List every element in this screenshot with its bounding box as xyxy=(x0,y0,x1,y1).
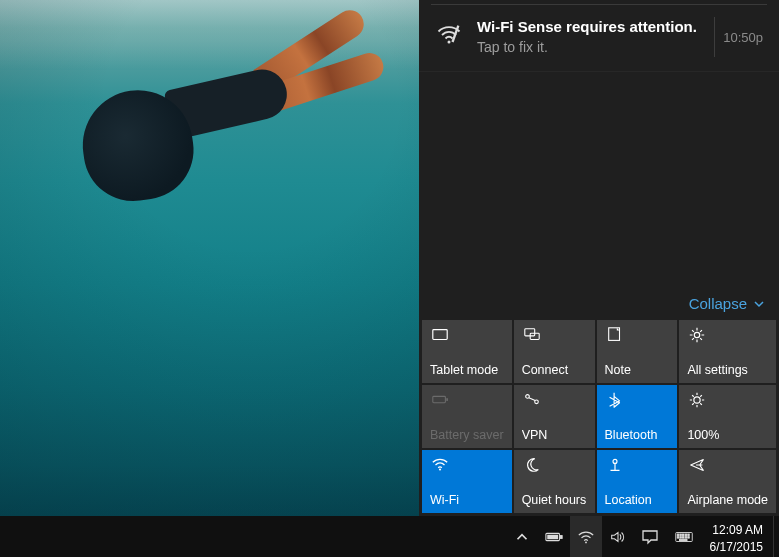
collapse-label: Collapse xyxy=(689,295,747,312)
tile-label: Airplane mode xyxy=(687,493,768,507)
svg-rect-16 xyxy=(679,539,687,540)
tile-label: Location xyxy=(605,493,670,507)
tray-action-center-icon[interactable] xyxy=(634,516,666,557)
svg-rect-11 xyxy=(677,536,679,538)
gear-icon xyxy=(687,326,707,344)
sun-icon xyxy=(687,391,707,409)
tile-label: All settings xyxy=(687,363,768,377)
tile-label: Connect xyxy=(522,363,587,377)
svg-rect-10 xyxy=(687,534,689,536)
location-icon xyxy=(605,456,625,474)
tile-vpn[interactable]: VPN xyxy=(514,385,595,448)
notification-time: 10:50p xyxy=(714,17,763,57)
tile-tablet-mode[interactable]: Tablet mode xyxy=(422,320,512,383)
svg-rect-13 xyxy=(682,536,684,538)
tile-label: Note xyxy=(605,363,670,377)
tile-label: VPN xyxy=(522,428,587,442)
collapse-button[interactable]: Collapse xyxy=(689,295,765,312)
wifi-sense-icon xyxy=(435,21,463,49)
tile-quiet-hours[interactable]: Quiet hours xyxy=(514,450,595,513)
airplane-icon xyxy=(687,456,707,474)
vpn-icon xyxy=(522,391,542,409)
svg-rect-3 xyxy=(547,534,558,539)
tile-battery-saver[interactable]: Battery saver xyxy=(422,385,512,448)
svg-rect-7 xyxy=(679,534,681,536)
bluetooth-icon xyxy=(605,391,625,409)
taskbar: 12:09 AM 6/17/2015 xyxy=(0,516,779,557)
tile-label: Quiet hours xyxy=(522,493,587,507)
tablet-icon xyxy=(430,326,450,344)
tile-connect[interactable]: Connect xyxy=(514,320,595,383)
tile-location[interactable]: Location xyxy=(597,450,678,513)
taskbar-clock[interactable]: 12:09 AM 6/17/2015 xyxy=(702,516,773,557)
tray-overflow-chevron[interactable] xyxy=(506,516,538,557)
battery-icon xyxy=(430,391,450,409)
clock-date: 6/17/2015 xyxy=(710,539,763,555)
notification-subtitle: Tap to fix it. xyxy=(477,39,700,55)
quick-actions-grid: Tablet modeConnectNoteAll settingsBatter… xyxy=(419,317,779,516)
svg-point-0 xyxy=(447,40,450,43)
desktop-wallpaper[interactable] xyxy=(0,0,419,516)
clock-time: 12:09 AM xyxy=(710,522,763,538)
tile-label: 100% xyxy=(687,428,768,442)
chevron-down-icon xyxy=(753,298,765,310)
tray-network-icon[interactable] xyxy=(570,516,602,557)
tray-volume-icon[interactable] xyxy=(602,516,634,557)
notification-title: Wi-Fi Sense requires attention. xyxy=(477,17,700,37)
show-desktop-button[interactable] xyxy=(773,516,779,557)
tile-airplane[interactable]: Airplane mode xyxy=(679,450,776,513)
svg-rect-6 xyxy=(677,534,679,536)
svg-point-4 xyxy=(585,541,587,543)
tile-label: Wi-Fi xyxy=(430,493,504,507)
tile-label: Bluetooth xyxy=(605,428,670,442)
svg-rect-2 xyxy=(560,535,562,538)
tile-wifi[interactable]: Wi-Fi xyxy=(422,450,512,513)
action-center-panel: Wi-Fi Sense requires attention. Tap to f… xyxy=(419,0,779,516)
svg-rect-15 xyxy=(687,536,689,538)
notification-wifi-sense[interactable]: Wi-Fi Sense requires attention. Tap to f… xyxy=(419,5,779,72)
wifi-icon xyxy=(430,456,450,474)
moon-icon xyxy=(522,456,542,474)
note-icon xyxy=(605,326,625,344)
connect-icon xyxy=(522,326,542,344)
tile-label: Battery saver xyxy=(430,428,504,442)
svg-rect-14 xyxy=(685,536,687,538)
tray-battery-icon[interactable] xyxy=(538,516,570,557)
tile-note[interactable]: Note xyxy=(597,320,678,383)
svg-rect-8 xyxy=(682,534,684,536)
tile-bluetooth[interactable]: Bluetooth xyxy=(597,385,678,448)
tile-brightness[interactable]: 100% xyxy=(679,385,776,448)
system-tray xyxy=(506,516,702,557)
svg-rect-9 xyxy=(685,534,687,536)
tile-all-settings[interactable]: All settings xyxy=(679,320,776,383)
tray-keyboard-icon[interactable] xyxy=(666,516,702,557)
svg-rect-12 xyxy=(679,536,681,538)
tile-label: Tablet mode xyxy=(430,363,504,377)
